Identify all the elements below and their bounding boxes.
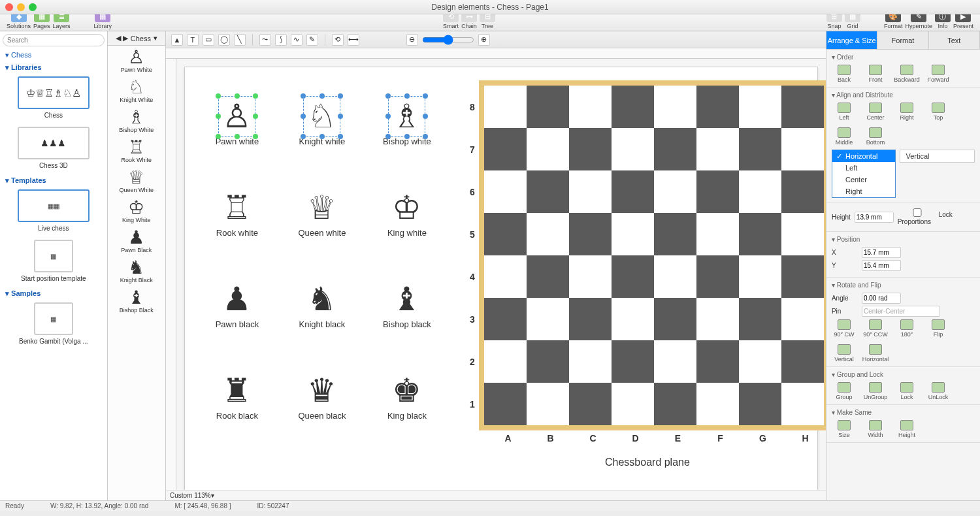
square[interactable] <box>569 86 612 128</box>
piece-knight-white[interactable]: ♘Knight white <box>283 80 361 165</box>
group-ungroup[interactable]: UnGroup <box>863 382 888 400</box>
square[interactable] <box>654 383 696 425</box>
square[interactable] <box>696 170 739 213</box>
spline-tool[interactable]: ∿ <box>291 34 302 46</box>
square[interactable] <box>781 86 824 128</box>
square[interactable] <box>484 383 527 425</box>
measure-tool[interactable]: ⟷ <box>348 34 359 46</box>
square[interactable] <box>654 86 696 128</box>
shape-item[interactable]: ♕Queen White <box>108 166 165 196</box>
square[interactable] <box>527 383 569 425</box>
close-icon[interactable] <box>5 3 13 11</box>
square[interactable] <box>484 255 527 298</box>
square[interactable] <box>696 298 739 340</box>
piece-king-black[interactable]: ♚King black <box>368 355 446 440</box>
piece-bishop-white[interactable]: ♗Bishop white <box>368 80 446 165</box>
piece-queen-black[interactable]: ♛Queen black <box>283 355 361 440</box>
square[interactable] <box>612 170 654 213</box>
group-unlock[interactable]: UnLock <box>926 382 951 400</box>
square[interactable] <box>654 170 696 213</box>
shape-item[interactable]: ♘Knight White <box>108 76 165 106</box>
square[interactable] <box>696 340 739 383</box>
distribute-h-dropdown[interactable]: Horizontal Left Center Right <box>832 150 896 198</box>
rotate-180-[interactable]: 180° <box>894 319 919 338</box>
rotate-90-cw[interactable]: 90° CW <box>832 319 857 338</box>
square[interactable] <box>484 340 527 383</box>
text-tool[interactable]: T <box>187 34 199 46</box>
square[interactable] <box>527 128 569 170</box>
angle-field[interactable] <box>862 293 901 304</box>
same-width[interactable]: Width <box>863 420 888 438</box>
align-middle[interactable]: Middle <box>832 127 857 146</box>
align-right[interactable]: Right <box>894 103 919 121</box>
rotate-90-ccw[interactable]: 90° CCW <box>863 319 888 338</box>
height-field[interactable] <box>855 212 894 223</box>
chess-library-thumb[interactable]: ♔♕♖♗♘♙ <box>18 76 90 109</box>
zoom-indicator[interactable]: Custom 113% ▾ <box>166 490 826 500</box>
y-field[interactable] <box>862 260 901 271</box>
square[interactable] <box>612 298 654 340</box>
square[interactable] <box>484 86 527 128</box>
square[interactable] <box>696 213 739 255</box>
align-bottom[interactable]: Bottom <box>863 127 888 146</box>
square[interactable] <box>569 128 612 170</box>
square[interactable] <box>612 340 654 383</box>
group-section[interactable]: Group and Lock <box>832 371 975 378</box>
square[interactable] <box>739 170 781 213</box>
order-forward[interactable]: Forward <box>926 65 951 83</box>
rotate-horizontal[interactable]: Horizontal <box>863 344 888 363</box>
order-front[interactable]: Front <box>863 65 888 83</box>
square[interactable] <box>484 298 527 340</box>
piece-rook-black[interactable]: ♜Rook black <box>198 355 276 440</box>
benko-thumb[interactable]: ▦ <box>34 302 73 335</box>
square[interactable] <box>527 86 569 128</box>
align-left[interactable]: Left <box>832 103 857 121</box>
zoom-out-icon[interactable]: ⊖ <box>406 34 418 46</box>
square[interactable] <box>696 128 739 170</box>
samples-section[interactable]: Samples <box>0 287 107 300</box>
group-group[interactable]: Group <box>832 382 857 400</box>
square[interactable] <box>781 213 824 255</box>
page-viewport[interactable]: ♙Pawn white♘Knight white♗Bishop white♖Ro… <box>176 59 826 490</box>
rotate-vertical[interactable]: Vertical <box>832 344 857 363</box>
shape-item[interactable]: ♞Knight Black <box>108 256 165 286</box>
square[interactable] <box>527 255 569 298</box>
chess3d-library-thumb[interactable]: ♟♟♟ <box>18 127 90 159</box>
square[interactable] <box>484 128 527 170</box>
zoom-in-icon[interactable]: ⊕ <box>478 34 490 46</box>
square[interactable] <box>569 340 612 383</box>
page[interactable]: ♙Pawn white♘Knight white♗Bishop white♖Ro… <box>184 67 818 490</box>
rotate-flip[interactable]: Flip <box>926 319 951 338</box>
square[interactable] <box>781 170 824 213</box>
rotate-section[interactable]: Rotate and Flip <box>832 282 975 289</box>
order-section[interactable]: Order <box>832 54 975 61</box>
square[interactable] <box>569 298 612 340</box>
square[interactable] <box>739 298 781 340</box>
square[interactable] <box>484 213 527 255</box>
square[interactable] <box>739 340 781 383</box>
x-field[interactable] <box>862 247 901 258</box>
piece-rook-white[interactable]: ♖Rook white <box>198 172 276 257</box>
square[interactable] <box>654 128 696 170</box>
connector-tool[interactable]: ⤳ <box>259 34 271 46</box>
same-size[interactable]: Size <box>832 420 857 438</box>
piece-pawn-white[interactable]: ♙Pawn white <box>198 80 276 165</box>
libraries-section[interactable]: Libraries <box>0 61 107 74</box>
lock-proportions[interactable]: Lock Proportions <box>898 208 975 225</box>
square[interactable] <box>654 255 696 298</box>
piece-knight-black[interactable]: ♞Knight black <box>283 263 361 348</box>
square[interactable] <box>527 170 569 213</box>
rect-tool[interactable]: ▭ <box>203 34 214 46</box>
zoom-slider[interactable] <box>422 35 474 45</box>
piece-queen-white[interactable]: ♕Queen white <box>283 172 361 257</box>
square[interactable] <box>569 213 612 255</box>
shape-item[interactable]: ♙Pawn White <box>108 46 165 76</box>
square[interactable] <box>781 383 824 425</box>
square[interactable] <box>612 255 654 298</box>
square[interactable] <box>612 128 654 170</box>
pointer-tool[interactable]: ▲ <box>171 34 183 46</box>
square[interactable] <box>739 86 781 128</box>
shape-item[interactable]: ♝Bishop Black <box>108 286 165 316</box>
square[interactable] <box>612 213 654 255</box>
piece-pawn-black[interactable]: ♟Pawn black <box>198 263 276 348</box>
